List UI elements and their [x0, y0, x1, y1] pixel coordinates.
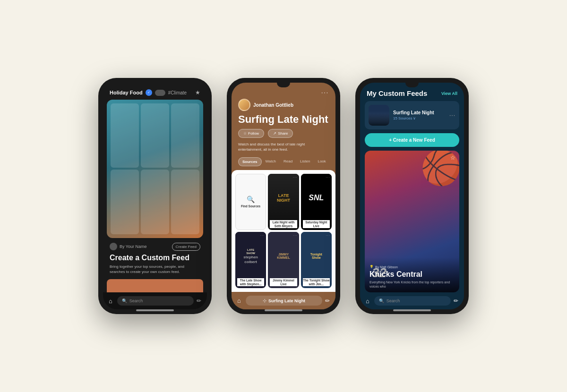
- phone1-grid: [107, 100, 203, 238]
- create-feed-button[interactable]: Create Feed: [172, 243, 200, 251]
- user-avatar: [238, 99, 250, 111]
- seth-dots-icon[interactable]: ···: [293, 175, 298, 179]
- feed-sources-count: 15 Sources ∨: [393, 116, 446, 120]
- phone-1: Holiday Food ✓ #Climate ★: [98, 78, 212, 314]
- feature-author: 💡 By Matt Gibson: [369, 265, 455, 269]
- phone-2: ··· Jonathan Gottlieb Surfing Late Night…: [227, 78, 340, 314]
- fallon-label: The Tonight Show with Jim...: [303, 278, 330, 286]
- verified-icon: ✓: [146, 89, 152, 96]
- tab-read[interactable]: Read: [280, 157, 296, 166]
- action-buttons: ☆ Follow ↗ Share: [232, 129, 335, 142]
- kimmel-label: Jimmy Kimmel Live: [270, 278, 297, 286]
- kimmel-bg: JIMMYKIMMEL: [268, 232, 299, 281]
- surfing-late-night-card[interactable]: Surfing Late Night 15 Sources ∨ ···: [365, 101, 459, 129]
- fallon-cell[interactable]: TonightShow ··· The Tonight Show with Ji…: [301, 232, 332, 288]
- pencil-icon-2[interactable]: ✏: [325, 298, 330, 304]
- city-lights: [369, 113, 389, 126]
- knicks-card-image: 🏀 TENNIES 32 💡 By Matt Gibson Knicks Cen…: [365, 151, 459, 292]
- phone-3: My Custom Feeds View All Surfing Late Ni…: [355, 78, 469, 314]
- tab-sources[interactable]: Sources: [238, 157, 262, 166]
- favorite-star-icon[interactable]: ☆: [450, 154, 455, 161]
- bookmark-icon: ⊹: [263, 298, 266, 303]
- grid-cell-2: [141, 103, 169, 168]
- feature-card-desc: Everything New York Knicks from the top …: [369, 280, 455, 289]
- tab-label: Surfing Late Night: [268, 298, 305, 303]
- feature-card-title: Knicks Central: [369, 270, 455, 279]
- snl-cell[interactable]: SNL ··· Saturday Night Live: [301, 174, 332, 230]
- find-sources-label: Find Sources: [241, 205, 260, 208]
- create-avatar-row: By Your Name Create Feed: [110, 243, 200, 251]
- tab-listen[interactable]: Listen: [296, 157, 314, 166]
- seth-label: Late Night with Seth Meyers: [270, 220, 297, 228]
- kimmel-dots-icon[interactable]: ···: [293, 233, 298, 238]
- bottom-bar-1: [136, 309, 174, 311]
- pencil-icon[interactable]: ✏: [197, 298, 201, 304]
- fallon-dots-icon[interactable]: ···: [326, 233, 330, 238]
- knicks-central-card[interactable]: 🏀 TENNIES 32 💡 By Matt Gibson Knicks Cen…: [365, 151, 459, 292]
- star-icon[interactable]: ★: [195, 89, 200, 96]
- view-all-button[interactable]: View All: [441, 91, 457, 96]
- grid-cell-1: [111, 103, 139, 168]
- snl-label: Saturday Night Live: [303, 220, 330, 228]
- search-placeholder: Search: [129, 298, 143, 303]
- toggle-pill[interactable]: [155, 90, 165, 96]
- seth-meyers-cell[interactable]: LATENIGHT ··· Late Night with Seth Meyer…: [268, 174, 299, 230]
- phone3-bottom-nav: ⌂ 🔍 Search ✏: [360, 292, 464, 309]
- home-icon[interactable]: ⌂: [109, 298, 112, 305]
- tab-watch[interactable]: Watch: [262, 157, 280, 166]
- surfing-late-night-tab[interactable]: ⊹ Surfing Late Night: [246, 296, 322, 306]
- tab-look[interactable]: Look: [314, 157, 329, 166]
- colbert-logo: LATESHOWstephen colbert: [237, 248, 264, 264]
- search-icon: 🔍: [122, 298, 127, 303]
- author-bulb-icon: 💡: [369, 265, 374, 269]
- grid-cell-5: [141, 170, 169, 234]
- more-dots-icon[interactable]: ···: [321, 89, 329, 96]
- pencil-icon-3[interactable]: ✏: [454, 298, 458, 304]
- feed-card-title: Surfing Late Night: [393, 110, 446, 115]
- colbert-dots-icon[interactable]: ···: [260, 233, 265, 238]
- home-icon-2[interactable]: ⌂: [237, 297, 241, 304]
- colbert-bg: LATESHOWstephen colbert: [235, 232, 266, 281]
- search-bar[interactable]: 🔍 Search: [117, 296, 194, 306]
- tabs-row: Sources Watch Read Listen Look: [232, 157, 335, 170]
- create-custom-feed-title: Create a Custom Feed: [110, 254, 200, 262]
- colbert-label: The Late Show with Stephen...: [237, 278, 264, 286]
- create-new-feed-button[interactable]: + Create a New Feed: [365, 133, 459, 147]
- phone1-bottom-nav: ⌂ 🔍 Search ✏: [103, 292, 207, 309]
- home-icon-3[interactable]: ⌂: [366, 298, 369, 305]
- grid-cell-3: [171, 103, 199, 168]
- star-icon-follow: ☆: [243, 131, 247, 136]
- holiday-food-title: Holiday Food: [110, 90, 143, 95]
- feature-overlay: 💡 By Matt Gibson Knicks Central Everythi…: [365, 257, 459, 292]
- phone2-screen: ··· Jonathan Gottlieb Surfing Late Night…: [232, 83, 335, 309]
- find-sources-search-icon: 🔍: [247, 196, 255, 203]
- seth-meyers-img: LATENIGHT: [268, 174, 299, 222]
- bottom-bar-3: [393, 309, 431, 311]
- chevron-down-icon: ∨: [413, 116, 416, 120]
- fallon-bg: TonightShow: [301, 232, 332, 281]
- feed-thumbnail: [369, 105, 389, 126]
- feed-card-info: Surfing Late Night 15 Sources ∨: [393, 110, 446, 120]
- follow-button[interactable]: ☆ Follow: [238, 129, 264, 138]
- share-button[interactable]: ↗ Share: [268, 129, 293, 138]
- share-icon: ↗: [273, 131, 276, 136]
- create-section: By Your Name Create Feed Create a Custom…: [103, 238, 207, 279]
- cta-bar[interactable]: [107, 279, 203, 292]
- by-name-text: By Your Name: [120, 244, 147, 249]
- create-avatar-left: By Your Name: [110, 243, 147, 250]
- colbert-cell[interactable]: LATESHOWstephen colbert ··· The Late Sho…: [235, 232, 266, 288]
- feed-title: Surfing Late Night: [232, 114, 335, 129]
- search-bar-3[interactable]: 🔍 Search: [374, 296, 451, 306]
- grid-cell-4: [111, 170, 139, 234]
- find-sources-cell[interactable]: 🔍 Find Sources: [235, 174, 266, 230]
- create-custom-feed-desc: Bring together your top sources, people,…: [110, 264, 200, 274]
- kimmel-cell[interactable]: JIMMYKIMMEL ··· Jimmy Kimmel Live: [268, 232, 299, 288]
- feed-more-icon[interactable]: ···: [449, 112, 455, 119]
- snl-dots-icon[interactable]: ···: [326, 175, 330, 179]
- search-icon-3: 🔍: [379, 298, 384, 303]
- grid-cell-6: [171, 170, 199, 234]
- author-name: By Matt Gibson: [375, 265, 398, 269]
- follow-label: Follow: [248, 131, 259, 136]
- phone1-header-left: Holiday Food ✓ #Climate: [110, 89, 187, 96]
- snl-bg: SNL: [301, 174, 332, 222]
